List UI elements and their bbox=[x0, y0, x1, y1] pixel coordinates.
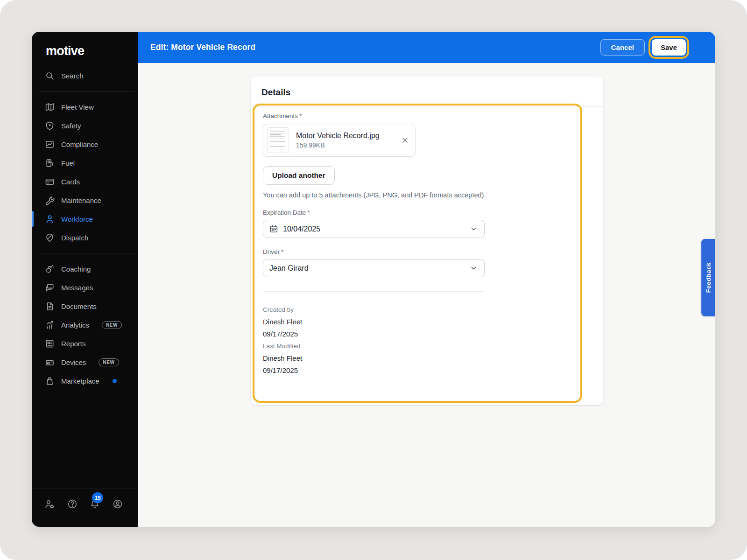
notification-count-badge: 15 bbox=[92, 492, 103, 503]
cancel-button[interactable]: Cancel bbox=[600, 39, 645, 56]
attachments-label: Attachments* bbox=[263, 112, 571, 119]
sidebar-item-label: Cards bbox=[61, 178, 80, 186]
chevron-down-icon bbox=[469, 224, 478, 233]
form-highlight-box: Attachments* Motor Vehicle Record.jpg 15… bbox=[253, 104, 582, 403]
save-button[interactable]: Save bbox=[652, 39, 686, 56]
expiration-date-value: 10/04/2025 bbox=[283, 225, 320, 233]
card-title: Details bbox=[251, 77, 603, 106]
sidebar-item-label: Maintenance bbox=[61, 196, 101, 204]
sidebar-item-workforce[interactable]: Workforce bbox=[32, 210, 138, 228]
shield-icon bbox=[45, 121, 55, 131]
sidebar-search-label: Search bbox=[61, 72, 84, 80]
sidebar-item-label: Coaching bbox=[61, 265, 91, 273]
new-badge: NEW bbox=[99, 358, 119, 366]
required-marker: * bbox=[307, 209, 310, 216]
created-by-name: Dinesh Fleet bbox=[263, 316, 571, 328]
sidebar-item-devices[interactable]: Devices NEW bbox=[32, 353, 138, 371]
sidebar: motive Search Fleet View Safety Complian… bbox=[32, 32, 138, 527]
required-marker: * bbox=[281, 248, 283, 255]
record-meta: Created by Dinesh Fleet 09/17/2025 Last … bbox=[263, 304, 571, 377]
calendar-icon bbox=[269, 224, 278, 233]
sidebar-divider bbox=[39, 91, 134, 91]
last-modified-name: Dinesh Fleet bbox=[263, 352, 571, 364]
sidebar-item-compliance[interactable]: Compliance bbox=[32, 135, 138, 154]
page-header: Edit: Motor Vehicle Record Cancel Save bbox=[138, 32, 715, 63]
shopping-bag-icon bbox=[45, 376, 55, 386]
device-icon bbox=[45, 357, 55, 367]
driver-select[interactable]: Jean Girard bbox=[263, 259, 485, 277]
sidebar-item-marketplace[interactable]: Marketplace bbox=[32, 371, 138, 390]
new-badge: NEW bbox=[102, 321, 122, 329]
document-icon bbox=[45, 301, 55, 311]
sidebar-item-label: Workforce bbox=[61, 215, 93, 223]
content-area: Details Attachments* Motor Vehicle Recor… bbox=[138, 63, 715, 527]
details-card: Details Attachments* Motor Vehicle Recor… bbox=[251, 77, 603, 405]
compliance-icon bbox=[45, 140, 55, 149]
fuel-pump-icon bbox=[45, 158, 55, 168]
attachment-filename: Motor Vehicle Record.jpg bbox=[296, 132, 380, 140]
sidebar-item-label: Devices bbox=[61, 358, 86, 366]
sidebar-item-label: Documents bbox=[61, 302, 97, 310]
attachment-chip: Motor Vehicle Record.jpg 159.99KB bbox=[263, 124, 416, 157]
notification-dot bbox=[113, 379, 117, 383]
report-icon bbox=[45, 339, 55, 349]
notifications-bell-icon[interactable]: 15 bbox=[90, 499, 100, 509]
map-icon bbox=[45, 102, 55, 112]
attachment-filesize: 159.99KB bbox=[296, 141, 380, 149]
wrench-icon bbox=[45, 196, 55, 205]
sidebar-item-label: Dispatch bbox=[61, 234, 88, 242]
attachments-helper-text: You can add up to 5 attachments (JPG, PN… bbox=[263, 191, 571, 199]
sidebar-item-cards[interactable]: Cards bbox=[32, 172, 138, 191]
expiration-date-picker[interactable]: 10/04/2025 bbox=[263, 220, 485, 238]
sidebar-item-label: Analytics bbox=[61, 321, 89, 329]
sidebar-footer: 15 bbox=[32, 489, 138, 527]
sidebar-item-fleet-view[interactable]: Fleet View bbox=[32, 98, 138, 116]
last-modified-date: 09/17/2025 bbox=[263, 364, 571, 377]
sidebar-item-label: Fuel bbox=[61, 159, 75, 167]
active-indicator bbox=[32, 211, 34, 227]
feedback-tab-label: Feedback bbox=[705, 262, 712, 293]
sidebar-item-reports[interactable]: Reports bbox=[32, 334, 138, 353]
sidebar-item-documents[interactable]: Documents bbox=[32, 297, 138, 315]
created-by-label: Created by bbox=[263, 304, 571, 316]
sidebar-item-label: Compliance bbox=[61, 140, 98, 148]
chevron-down-icon bbox=[469, 264, 478, 273]
admin-users-button[interactable] bbox=[44, 499, 55, 509]
sidebar-item-dispatch[interactable]: Dispatch bbox=[32, 228, 138, 247]
attachment-thumbnail bbox=[267, 127, 289, 153]
screenshot-canvas: motive Search Fleet View Safety Complian… bbox=[0, 0, 747, 560]
remove-attachment-icon[interactable] bbox=[401, 136, 409, 144]
chat-bubbles-icon bbox=[45, 283, 55, 293]
upload-another-button[interactable]: Upload another bbox=[263, 166, 335, 185]
sidebar-item-label: Reports bbox=[61, 340, 86, 348]
sidebar-search[interactable]: Search bbox=[32, 66, 138, 85]
search-icon bbox=[45, 71, 55, 81]
account-icon[interactable] bbox=[113, 499, 123, 509]
driver-value: Jean Girard bbox=[269, 264, 309, 273]
sidebar-item-maintenance[interactable]: Maintenance bbox=[32, 191, 138, 210]
sidebar-item-messages[interactable]: Messages bbox=[32, 278, 138, 297]
sidebar-item-label: Fleet View bbox=[61, 103, 94, 111]
credit-card-icon bbox=[45, 177, 55, 187]
main-area: Edit: Motor Vehicle Record Cancel Save D… bbox=[138, 32, 715, 527]
created-by-date: 09/17/2025 bbox=[263, 328, 571, 340]
expiration-date-label: Expiration Date* bbox=[263, 209, 571, 216]
help-icon[interactable] bbox=[67, 499, 78, 509]
page-title: Edit: Motor Vehicle Record bbox=[150, 42, 255, 52]
analytics-chart-icon bbox=[45, 320, 55, 330]
person-icon bbox=[45, 214, 55, 224]
sidebar-item-label: Marketplace bbox=[61, 377, 99, 385]
sidebar-item-coaching[interactable]: Coaching bbox=[32, 259, 138, 278]
feedback-tab[interactable]: Feedback bbox=[701, 239, 715, 316]
sidebar-item-safety[interactable]: Safety bbox=[32, 116, 138, 135]
sidebar-divider bbox=[39, 253, 134, 253]
sidebar-item-label: Safety bbox=[61, 122, 81, 130]
motive-logo: motive bbox=[46, 43, 138, 59]
required-marker: * bbox=[299, 112, 302, 119]
dispatch-pin-icon bbox=[45, 233, 55, 243]
app-window: motive Search Fleet View Safety Complian… bbox=[32, 32, 715, 527]
sidebar-item-fuel[interactable]: Fuel bbox=[32, 154, 138, 172]
sidebar-item-analytics[interactable]: Analytics NEW bbox=[32, 315, 138, 334]
sidebar-item-label: Messages bbox=[61, 284, 93, 292]
attachment-info: Motor Vehicle Record.jpg 159.99KB bbox=[296, 132, 380, 149]
